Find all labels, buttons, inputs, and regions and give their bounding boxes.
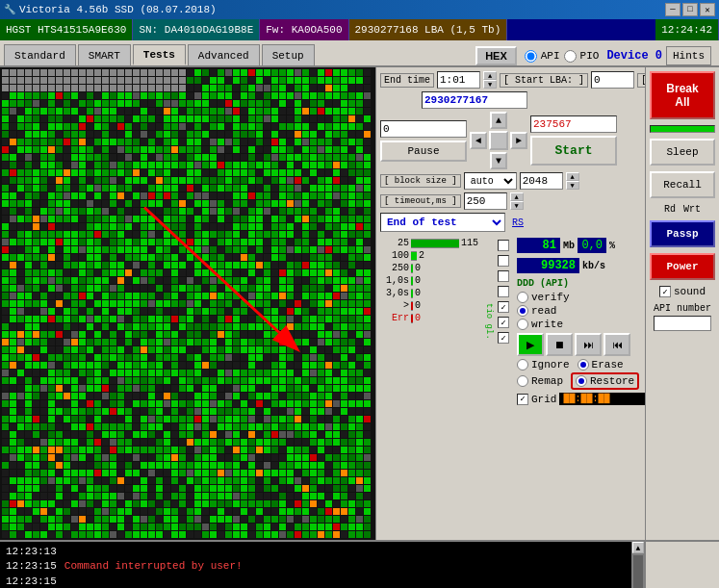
- read-radio[interactable]: [517, 305, 528, 317]
- sound-checkbox[interactable]: [659, 286, 671, 297]
- speed-bar-250: [411, 264, 413, 273]
- end-button[interactable]: ⏮: [603, 333, 630, 356]
- info-bar: HGST HTS41515A9E630 SN: DA4010DAG19B8E F…: [0, 19, 719, 40]
- end-lba-input[interactable]: [422, 91, 527, 109]
- log-scroll-up[interactable]: ▲: [632, 542, 644, 553]
- ignore-radio[interactable]: [517, 359, 528, 371]
- maximize-button[interactable]: □: [682, 3, 698, 16]
- tab-tests[interactable]: Tests: [133, 44, 186, 65]
- stop-button[interactable]: ⏹: [546, 333, 573, 356]
- chk-err[interactable]: [498, 332, 509, 344]
- nav-right-button[interactable]: ►: [510, 132, 527, 149]
- break-all-button[interactable]: Break All: [650, 71, 715, 119]
- erase-radio[interactable]: [578, 359, 589, 371]
- error-row-2: Remap Restore: [517, 372, 646, 390]
- chk-250[interactable]: [498, 270, 509, 282]
- nav-down-button[interactable]: ▼: [490, 152, 507, 169]
- play-button[interactable]: ▶: [517, 333, 544, 356]
- sleep-button[interactable]: Sleep: [650, 139, 715, 166]
- timeout-down[interactable]: ▼: [510, 201, 524, 210]
- verify-radio-item[interactable]: verify: [517, 292, 646, 303]
- passp-button[interactable]: Passp: [650, 220, 715, 247]
- mode-select[interactable]: End of test Ignore errors Remap Erase: [380, 213, 505, 232]
- drive-name[interactable]: HGST HTS41515A9E630: [0, 19, 133, 40]
- log-scrollbar[interactable]: ▲ ▼: [631, 542, 645, 588]
- chk-1s[interactable]: [498, 286, 509, 297]
- pct-value: 0,0: [578, 238, 606, 253]
- write-radio-item[interactable]: write: [517, 319, 646, 330]
- tab-right-area: HEX API PIO Device 0 Hints: [472, 46, 719, 65]
- minimize-button[interactable]: —: [665, 3, 680, 16]
- block-size-down[interactable]: ▼: [566, 181, 579, 190]
- app-icon: 🔧: [4, 4, 15, 15]
- block-size-spinner[interactable]: ▲ ▼: [566, 172, 579, 190]
- end-time-down[interactable]: ▼: [483, 80, 497, 89]
- log-time: 12:23:13: [6, 545, 57, 559]
- log-right-panel: [645, 542, 719, 588]
- chk-gt[interactable]: [498, 317, 509, 328]
- block-size-auto-select[interactable]: auto: [464, 172, 517, 190]
- remap-radio-item[interactable]: Remap: [517, 372, 563, 390]
- current-lba-input[interactable]: [380, 120, 467, 138]
- block-size-up[interactable]: ▲: [566, 172, 579, 181]
- nav-up-button[interactable]: ▲: [490, 112, 507, 129]
- block-size-input[interactable]: [520, 172, 563, 190]
- chk-3s[interactable]: [498, 301, 509, 313]
- pio-radio[interactable]: [564, 50, 577, 63]
- erase-radio-item[interactable]: Erase: [578, 359, 624, 371]
- api-number-input[interactable]: [654, 316, 711, 331]
- grid-checkbox[interactable]: [517, 394, 528, 405]
- timeout-up[interactable]: ▲: [510, 192, 524, 201]
- log-line: 12:23:15Command interrupted by user!: [6, 559, 626, 574]
- chk-100[interactable]: [498, 255, 509, 267]
- hints-button[interactable]: Hints: [666, 46, 711, 65]
- device-label[interactable]: Device 0: [606, 49, 662, 63]
- current-lba-value[interactable]: [530, 115, 617, 133]
- main-content: End time ▲ ▼ [ Start LBA: ] [ End LBA: ]…: [0, 67, 719, 540]
- remap-radio[interactable]: [517, 375, 528, 387]
- end-time-input[interactable]: [437, 71, 480, 89]
- end-time-up[interactable]: ▲: [483, 71, 497, 80]
- speed-bars: 25 115 100 2 250: [380, 238, 480, 324]
- rd-wrt-labels: Rd Wrt: [664, 204, 701, 215]
- nav-center-button[interactable]: [489, 131, 508, 150]
- tab-standard[interactable]: Standard: [4, 44, 76, 65]
- log-message: Command interrupted by user!: [64, 559, 243, 574]
- rs-link[interactable]: RS: [512, 217, 524, 228]
- speed-row-3s: 3,0s 0: [380, 288, 480, 298]
- chk-25[interactable]: [498, 240, 509, 251]
- start-button[interactable]: Start: [530, 136, 617, 166]
- nav-left-button[interactable]: ◄: [470, 132, 487, 149]
- tab-smart[interactable]: SMART: [78, 44, 131, 65]
- log-line: 12:23:15***** Scan results: no warnings,…: [6, 575, 626, 588]
- restore-radio[interactable]: [576, 375, 587, 387]
- api-radio[interactable]: [525, 50, 537, 63]
- log-message: Starting Reading, LBA=0..2930277167, seq…: [64, 545, 477, 559]
- end-time-spinner[interactable]: ▲ ▼: [483, 71, 497, 89]
- restore-radio-item[interactable]: Restore: [571, 372, 639, 390]
- close-button[interactable]: ✕: [700, 3, 715, 16]
- tab-setup[interactable]: Setup: [262, 44, 315, 65]
- api-number-area: API number: [650, 303, 715, 331]
- verify-radio[interactable]: [517, 292, 528, 303]
- write-radio[interactable]: [517, 319, 528, 330]
- log-line: 12:23:13Starting Reading, LBA=0..2930277…: [6, 545, 626, 559]
- power-button[interactable]: Power: [650, 253, 715, 280]
- break-progress-bar: [650, 125, 715, 133]
- mb-value: 81: [517, 238, 560, 253]
- nav-diamond: ▲ ◄ ► ▼: [470, 112, 527, 169]
- timeout-input[interactable]: [464, 192, 507, 210]
- step-button[interactable]: ⏭: [575, 333, 602, 356]
- timeout-spinner[interactable]: ▲ ▼: [510, 192, 524, 210]
- ignore-radio-item[interactable]: Ignore: [517, 359, 570, 371]
- read-radio-item[interactable]: read: [517, 305, 646, 317]
- hex-button[interactable]: HEX: [475, 46, 517, 65]
- kbs-unit: kb/s: [582, 261, 605, 271]
- tab-advanced[interactable]: Advanced: [188, 44, 260, 65]
- log-time: 12:23:15: [6, 575, 57, 588]
- recall-button[interactable]: Recall: [650, 171, 715, 198]
- start-lba-input[interactable]: [591, 71, 634, 89]
- block-size-label: [ block size ]: [380, 174, 461, 188]
- pause-button[interactable]: Pause: [380, 141, 467, 162]
- tio-label[interactable]: tio gl.: [484, 303, 494, 340]
